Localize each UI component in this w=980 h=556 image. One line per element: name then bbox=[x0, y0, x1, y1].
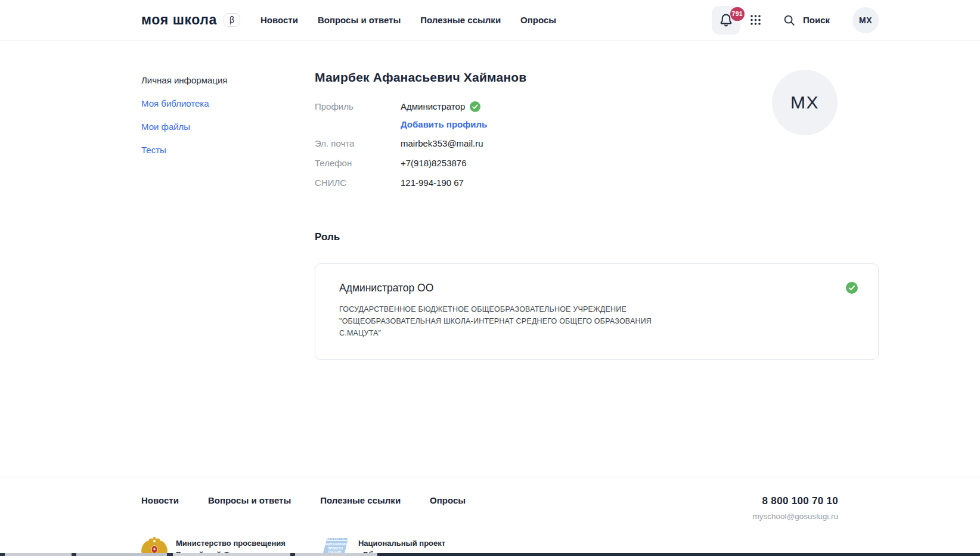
notifications-button[interactable]: 791 bbox=[712, 6, 740, 35]
profile-fields: Профиль Администратор bbox=[315, 101, 772, 188]
support-email[interactable]: myschool@gosuslugi.ru bbox=[752, 512, 838, 521]
footer-nav-news[interactable]: Новости bbox=[141, 495, 179, 505]
snils-label: СНИЛС bbox=[315, 177, 401, 188]
site-logo-text: моя школа bbox=[141, 12, 217, 28]
national-project-caption-line1: Национальный проект bbox=[358, 538, 445, 549]
site-header: моя школа β Новости Вопросы и ответы Пол… bbox=[0, 0, 980, 41]
search-icon bbox=[783, 14, 796, 27]
sidebar: Личная информация Моя библиотека Мои фай… bbox=[141, 41, 315, 477]
sidebar-item-my-library[interactable]: Моя библиотека bbox=[141, 98, 315, 109]
phone-label: Телефон bbox=[315, 157, 401, 169]
user-avatar[interactable]: МХ bbox=[852, 7, 879, 33]
email-value: mairbek353@mail.ru bbox=[401, 138, 772, 149]
role-title: Администратор ОО bbox=[339, 282, 854, 294]
profile-field-label: Профиль bbox=[315, 101, 401, 112]
main-content: Маирбек Афанасьевич Хайманов Профиль Адм… bbox=[315, 41, 879, 477]
role-organization: ГОСУДАРСТВЕННОЕ БЮДЖЕТНОЕ ОБЩЕОБРАЗОВАТЕ… bbox=[339, 303, 673, 339]
nav-item-links[interactable]: Полезные ссылки bbox=[420, 15, 501, 25]
footer-contact: 8 800 100 70 10 myschool@gosuslugi.ru bbox=[752, 495, 838, 521]
footer-nav-polls[interactable]: Опросы bbox=[430, 495, 466, 505]
np-logo-text-top: ОБРАЗОВАНИЕ bbox=[327, 538, 348, 541]
profile-avatar: МХ bbox=[772, 70, 838, 135]
national-project-logo-group[interactable]: ОБРАЗОВАНИЕ НАЦИОНАЛЬНЫЕ ПРОЕКТЫ РОССИИ … bbox=[319, 535, 445, 553]
bottom-edge-bar bbox=[0, 553, 980, 556]
ministry-caption-line2: Российской Федерации bbox=[176, 549, 286, 553]
sidebar-item-tests[interactable]: Тесты bbox=[141, 145, 315, 156]
myschool-profile-page: моя школа β Новости Вопросы и ответы Пол… bbox=[0, 0, 980, 556]
email-label: Эл. почта bbox=[315, 138, 401, 149]
profile-field-value-block: Администратор Добавить профиль bbox=[401, 101, 772, 129]
nav-item-polls[interactable]: Опросы bbox=[520, 15, 556, 25]
apps-grid-button[interactable] bbox=[750, 14, 761, 26]
sidebar-item-my-files[interactable]: Мои файлы bbox=[141, 122, 315, 132]
np-logo-text-line1: НАЦИОНАЛЬНЫЕ bbox=[322, 542, 349, 546]
page-title: Маирбек Афанасьевич Хайманов bbox=[315, 70, 772, 85]
phone-value: +7(918)8253876 bbox=[401, 157, 772, 169]
ministry-logo-group[interactable]: Министерство просвещения Российской Феде… bbox=[141, 535, 286, 553]
footer-nav-faq[interactable]: Вопросы и ответы bbox=[208, 495, 291, 505]
ministry-caption: Министерство просвещения Российской Феде… bbox=[176, 538, 286, 553]
national-project-caption-line2: «Образование» bbox=[358, 549, 445, 553]
nav-item-faq[interactable]: Вопросы и ответы bbox=[318, 15, 401, 25]
footer-top-row: Новости Вопросы и ответы Полезные ссылки… bbox=[141, 495, 879, 521]
page-body: Личная информация Моя библиотека Мои фай… bbox=[0, 41, 980, 477]
profile-info: Маирбек Афанасьевич Хайманов Профиль Адм… bbox=[315, 67, 772, 188]
role-selected-check-icon bbox=[846, 282, 858, 294]
search-label: Поиск bbox=[803, 15, 830, 25]
nav-item-news[interactable]: Новости bbox=[260, 15, 298, 25]
search-button[interactable]: Поиск bbox=[783, 14, 830, 27]
np-logo-text-line2: ПРОЕКТЫ bbox=[328, 546, 343, 550]
site-logo[interactable]: моя школа β bbox=[141, 12, 240, 28]
footer-nav: Новости Вопросы и ответы Полезные ссылки… bbox=[141, 495, 466, 505]
footer-logos: Министерство просвещения Российской Феде… bbox=[141, 535, 879, 553]
header-actions: 791 Поиск МХ bbox=[712, 6, 879, 35]
profile-role-text: Администратор bbox=[401, 101, 465, 112]
verified-check-icon bbox=[470, 101, 480, 112]
profile-role-value: Администратор bbox=[401, 101, 772, 112]
profile-section: Маирбек Афанасьевич Хайманов Профиль Адм… bbox=[315, 67, 879, 188]
sidebar-item-personal-info[interactable]: Личная информация bbox=[141, 75, 315, 86]
ministry-caption-line1: Министерство просвещения bbox=[176, 538, 286, 549]
national-project-caption: Национальный проект «Образование» bbox=[358, 538, 445, 553]
notifications-count-badge: 791 bbox=[730, 7, 745, 21]
site-footer: Новости Вопросы и ответы Полезные ссылки… bbox=[0, 477, 980, 553]
national-project-flag-icon: ОБРАЗОВАНИЕ НАЦИОНАЛЬНЫЕ ПРОЕКТЫ РОССИИ bbox=[319, 535, 350, 553]
support-phone: 8 800 100 70 10 bbox=[752, 495, 838, 507]
role-card[interactable]: Администратор ОО ГОСУДАРСТВЕННОЕ БЮДЖЕТН… bbox=[315, 263, 879, 360]
main-nav: Новости Вопросы и ответы Полезные ссылки… bbox=[260, 15, 556, 25]
role-section-heading: Роль bbox=[315, 231, 879, 243]
ministry-emblem-icon bbox=[141, 535, 168, 553]
beta-badge: β bbox=[224, 13, 240, 27]
add-profile-link[interactable]: Добавить профиль bbox=[401, 119, 772, 129]
footer-nav-links[interactable]: Полезные ссылки bbox=[320, 495, 401, 505]
snils-value: 121-994-190 67 bbox=[401, 177, 772, 188]
